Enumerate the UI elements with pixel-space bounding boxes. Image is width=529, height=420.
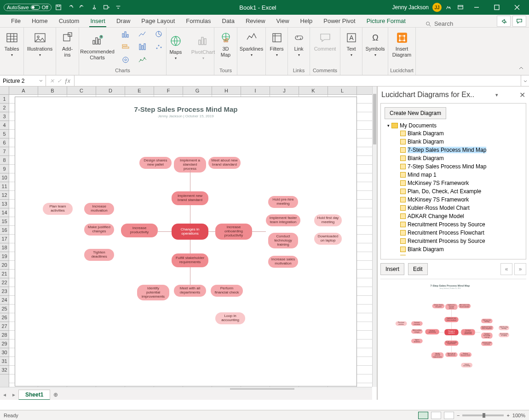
ribbon-tab-insert[interactable]: Insert — [85, 15, 111, 27]
inserted-picture[interactable]: 7-Step Sales Process Mind Map Jenny Jack… — [15, 97, 357, 386]
worksheet[interactable]: ABCDEFGHIJKL 123456789101112131415161718… — [0, 86, 377, 400]
tree-item[interactable]: 7-Step Sales Process Mind Map — [385, 162, 522, 171]
select-all-corner[interactable] — [0, 86, 9, 95]
page-next-button[interactable]: » — [514, 263, 526, 275]
illustrations-button[interactable]: Illustrations▾ — [25, 29, 55, 58]
ribbon-tab-data[interactable]: Data — [217, 15, 240, 27]
page-layout-view-button[interactable] — [431, 412, 441, 419]
tree-item[interactable]: Plan, Do, Check, Act Example — [385, 187, 522, 196]
close-button[interactable] — [508, 0, 526, 15]
coming-soon-icon[interactable] — [443, 2, 454, 12]
symbols-button[interactable]: ΩSymbols▾ — [363, 29, 387, 58]
normal-view-button[interactable] — [418, 412, 428, 419]
maximize-button[interactable] — [488, 0, 506, 15]
maps-button[interactable]: Maps▾ — [164, 33, 188, 62]
sheet-nav-prev[interactable]: ◂ — [0, 391, 9, 398]
tree-item[interactable]: McKinsey 7S Framework — [385, 179, 522, 187]
cancel-formula-icon[interactable]: ✕ — [50, 78, 54, 84]
tree-item[interactable]: Blank Diagram — [385, 138, 522, 146]
column-headers[interactable]: ABCDEFGHIJKL — [9, 86, 372, 95]
tree-item[interactable]: Basic Network Diagram — [385, 253, 522, 255]
qat-customize-icon[interactable] — [113, 2, 123, 12]
ribbon-tab-power-pivot[interactable]: Power Pivot — [318, 15, 361, 27]
sparklines-button[interactable]: Sparklines▾ — [238, 29, 265, 58]
share-button[interactable] — [497, 16, 511, 27]
tree-item[interactable]: Mind map 1 — [385, 171, 522, 179]
ribbon-tab-draw[interactable]: Draw — [111, 15, 136, 27]
lucidchart-pane: Lucidchart Diagrams for Ex.. ▾ ✕ Create … — [377, 86, 529, 400]
tree-item[interactable]: ADKAR Change Model — [385, 212, 522, 220]
chart-gallery[interactable] — [119, 28, 167, 66]
ribbon-tab-review[interactable]: Review — [240, 15, 271, 27]
tell-me-search[interactable]: Search — [425, 20, 453, 27]
sheet-nav-next[interactable]: ▸ — [9, 391, 18, 398]
tree-item[interactable]: McKinsey 7S Framework — [385, 196, 522, 204]
edit-button[interactable]: Edit — [408, 263, 428, 275]
sheet-tab-active[interactable]: Sheet1 — [18, 390, 50, 400]
tree-item[interactable]: Recruitment Process by Source — [385, 237, 522, 245]
ribbon-tab-home[interactable]: Home — [26, 15, 53, 27]
diagram-node: Hold pre-hire meeting — [481, 319, 493, 323]
svg-rect-16 — [122, 34, 124, 37]
ribbon-tab-help[interactable]: Help — [295, 15, 318, 27]
ribbon-tab-file[interactable]: File — [6, 15, 26, 27]
qat-more-icon[interactable] — [101, 2, 111, 12]
filters-button[interactable]: Filters▾ — [265, 29, 289, 58]
save-icon[interactable] — [53, 2, 63, 12]
user-avatar[interactable]: JJ — [432, 3, 442, 12]
undo-icon[interactable] — [65, 2, 75, 12]
recommended-charts-button[interactable]: ?Recommended Charts — [78, 32, 116, 62]
zoom-in-button[interactable]: + — [506, 413, 509, 418]
redo-icon[interactable] — [77, 2, 87, 12]
ribbon-tab-picture-format[interactable]: Picture Format — [361, 15, 411, 27]
new-sheet-button[interactable]: ⊕ — [50, 391, 61, 398]
user-name[interactable]: Jenny Jackson — [392, 4, 429, 11]
enter-formula-icon[interactable]: ✓ — [57, 78, 62, 84]
tree-item[interactable]: Blank Diagram — [385, 154, 522, 162]
zoom-out-button[interactable]: − — [457, 413, 460, 418]
svg-rect-23 — [142, 46, 143, 50]
svg-rect-37 — [224, 40, 225, 42]
addins-button[interactable]: Add- ins — [56, 29, 80, 59]
zoom-slider[interactable] — [462, 414, 504, 416]
expand-formula-bar-icon[interactable] — [521, 75, 529, 86]
svg-rect-21 — [122, 47, 129, 48]
tree-item[interactable]: Kubler-Ross Model Chart — [385, 204, 522, 212]
comments-button[interactable] — [512, 16, 526, 27]
fx-icon[interactable]: ƒx — [64, 78, 70, 84]
tree-item[interactable]: Recruitment Process Flowchart — [385, 229, 522, 237]
ribbon-tab-view[interactable]: View — [271, 15, 295, 27]
collapse-ribbon-icon[interactable] — [518, 65, 526, 73]
tree-item[interactable]: Recruitment Process by Source — [385, 220, 522, 229]
3d-map-button[interactable]: 3D Map — [214, 29, 238, 59]
page-prev-button[interactable]: « — [500, 263, 512, 275]
link-button[interactable]: Link▾ — [287, 29, 311, 58]
tree-item[interactable]: 7-Step Sales Process Mind Map — [385, 146, 522, 154]
vertical-scrollbar[interactable] — [372, 86, 377, 387]
ribbon-tab-page-layout[interactable]: Page Layout — [136, 15, 180, 27]
tree-item[interactable]: Blank Diagram — [385, 245, 522, 253]
tables-button[interactable]: Tables▾ — [0, 29, 24, 58]
autosave-toggle[interactable]: AutoSave Off — [4, 4, 52, 11]
svg-rect-2 — [104, 6, 108, 9]
minimize-button[interactable] — [467, 0, 486, 15]
svg-point-27 — [161, 47, 161, 48]
diagram-node: Plan team activities — [43, 203, 73, 215]
page-break-view-button[interactable] — [444, 412, 454, 419]
ribbon-display-icon[interactable] — [455, 2, 466, 12]
tree-item[interactable]: Blank Diagram — [385, 129, 522, 138]
ribbon-tab-formulas[interactable]: Formulas — [180, 15, 216, 27]
pane-close-icon[interactable]: ✕ — [519, 91, 525, 99]
touch-icon[interactable] — [89, 2, 99, 12]
text-button[interactable]: AText▾ — [339, 29, 363, 58]
name-box[interactable]: Picture 2 — [0, 75, 46, 86]
row-headers[interactable]: 1234567891011121314151617181920212223242… — [0, 95, 9, 387]
diagram-node: Hold first day meeting — [499, 326, 509, 330]
document-tree[interactable]: ▾My DocumentsBlank DiagramBlank Diagram7… — [385, 122, 522, 255]
zoom-level[interactable]: 100% — [512, 413, 525, 418]
insert-diagram-button[interactable]: Insert Diagram — [390, 29, 414, 59]
create-new-diagram-button[interactable]: Create New Diagram — [385, 107, 446, 119]
diagram-node: Loop in accounting — [215, 312, 245, 324]
insert-button[interactable]: Insert — [380, 263, 404, 275]
ribbon-tab-custom[interactable]: Custom — [53, 15, 85, 27]
